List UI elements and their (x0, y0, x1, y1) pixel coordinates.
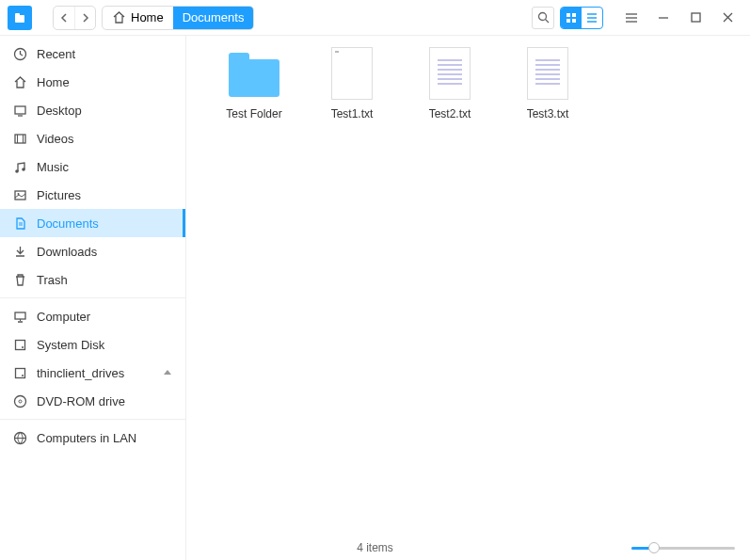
video-icon (13, 132, 27, 146)
item-count: 4 items (357, 541, 393, 554)
svg-rect-1 (15, 13, 20, 16)
sidebar-item-label: Computers in LAN (37, 431, 136, 445)
clock-icon (13, 47, 27, 61)
item-label: Test2.txt (429, 107, 471, 120)
sidebar-item-label: Trash (37, 273, 68, 287)
svg-point-37 (15, 395, 26, 407)
file-item[interactable]: Test3.txt (499, 45, 597, 120)
svg-rect-30 (15, 312, 25, 319)
sidebar-item-music[interactable]: Music (0, 152, 185, 181)
nav-buttons (53, 6, 96, 30)
sidebar-item-label: Home (37, 75, 70, 89)
file-icon (422, 45, 478, 102)
item-label: Test1.txt (331, 107, 374, 120)
sidebar-item-recent[interactable]: Recent (0, 40, 185, 68)
sidebar-item-trash[interactable]: Trash (0, 265, 185, 294)
close-button[interactable] (718, 7, 737, 29)
svg-line-3 (545, 20, 549, 24)
sidebar: RecentHomeDesktopVideosMusicPicturesDocu… (0, 36, 186, 560)
forward-button[interactable] (74, 7, 95, 29)
maximize-button[interactable] (686, 7, 705, 29)
computer-icon (13, 310, 27, 324)
sidebar-item-label: Computer (37, 310, 90, 324)
dvd-icon (13, 394, 27, 408)
trash-icon (13, 273, 27, 287)
document-icon (13, 216, 27, 231)
sidebar-item-label: Desktop (37, 104, 82, 118)
svg-rect-4 (566, 13, 570, 17)
svg-rect-7 (572, 19, 576, 23)
breadcrumb-label: Documents (183, 10, 245, 24)
svg-rect-19 (15, 106, 25, 114)
home-icon (13, 75, 27, 89)
svg-rect-15 (692, 13, 700, 22)
disk-icon (13, 366, 27, 380)
zoom-slider-thumb[interactable] (648, 542, 660, 553)
svg-rect-6 (566, 19, 570, 23)
home-icon (112, 10, 126, 24)
sidebar-item-label: Downloads (37, 245, 97, 259)
sidebar-item-label: thinclient_drives (37, 366, 124, 380)
list-view-button[interactable] (582, 8, 602, 28)
icon-view-button[interactable] (561, 8, 582, 28)
sidebar-item-dvd[interactable]: DVD-ROM drive (0, 387, 185, 415)
main-area: Test FolderTest1.txtTest2.txtTest3.txt 4… (186, 36, 750, 560)
back-button[interactable] (54, 7, 74, 29)
sidebar-item-system-disk[interactable]: System Disk (0, 330, 185, 359)
statusbar: 4 items (186, 536, 750, 560)
file-item[interactable]: Test2.txt (401, 45, 499, 120)
folder-icon (226, 45, 282, 102)
view-toggle (560, 7, 603, 29)
sidebar-item-lan[interactable]: Computers in LAN (0, 424, 185, 452)
sidebar-item-label: Pictures (37, 188, 81, 202)
sidebar-item-desktop[interactable]: Desktop (0, 96, 185, 124)
zoom-slider[interactable] (631, 547, 735, 550)
file-icon (519, 45, 576, 102)
sidebar-item-label: Recent (37, 47, 75, 61)
toolbar: HomeDocuments (0, 0, 750, 36)
desktop-icon (13, 104, 27, 118)
svg-point-2 (538, 13, 546, 21)
svg-rect-0 (15, 15, 24, 23)
minimize-button[interactable] (654, 7, 673, 29)
sidebar-item-downloads[interactable]: Downloads (0, 237, 185, 265)
sidebar-item-thinclient[interactable]: thinclient_drives (0, 359, 185, 387)
svg-point-38 (19, 400, 22, 403)
download-icon (13, 245, 27, 259)
svg-rect-35 (16, 368, 25, 377)
breadcrumb-home[interactable]: Home (103, 7, 173, 29)
sidebar-item-documents[interactable]: Documents (0, 209, 185, 237)
window-controls (622, 7, 737, 29)
sidebar-item-videos[interactable]: Videos (0, 124, 185, 152)
search-button[interactable] (532, 7, 554, 29)
app-icon (8, 6, 32, 30)
svg-rect-21 (15, 135, 25, 143)
file-item[interactable]: Test1.txt (303, 45, 401, 120)
item-label: Test Folder (226, 107, 281, 120)
svg-rect-33 (16, 340, 25, 349)
sidebar-item-pictures[interactable]: Pictures (0, 181, 185, 209)
breadcrumb-documents[interactable]: Documents (173, 7, 254, 29)
disk-icon (13, 338, 27, 352)
menu-button[interactable] (622, 7, 641, 29)
sidebar-item-home[interactable]: Home (0, 68, 185, 96)
file-grid[interactable]: Test FolderTest1.txtTest2.txtTest3.txt (186, 36, 750, 536)
picture-icon (13, 188, 27, 202)
svg-point-36 (22, 375, 24, 376)
svg-point-24 (15, 169, 19, 173)
sidebar-item-label: Music (37, 160, 69, 174)
network-icon (13, 431, 27, 445)
breadcrumb: HomeDocuments (102, 6, 254, 30)
folder-item[interactable]: Test Folder (205, 45, 303, 120)
sidebar-item-label: DVD-ROM drive (37, 394, 125, 408)
svg-point-34 (22, 346, 24, 348)
music-icon (13, 160, 27, 174)
svg-rect-5 (572, 13, 576, 17)
item-label: Test3.txt (527, 107, 569, 120)
sidebar-item-label: Videos (37, 132, 74, 146)
sidebar-item-computer[interactable]: Computer (0, 302, 185, 330)
svg-point-25 (22, 168, 25, 171)
eject-icon[interactable] (163, 368, 172, 377)
sidebar-item-label: System Disk (37, 338, 104, 352)
breadcrumb-label: Home (131, 10, 164, 24)
